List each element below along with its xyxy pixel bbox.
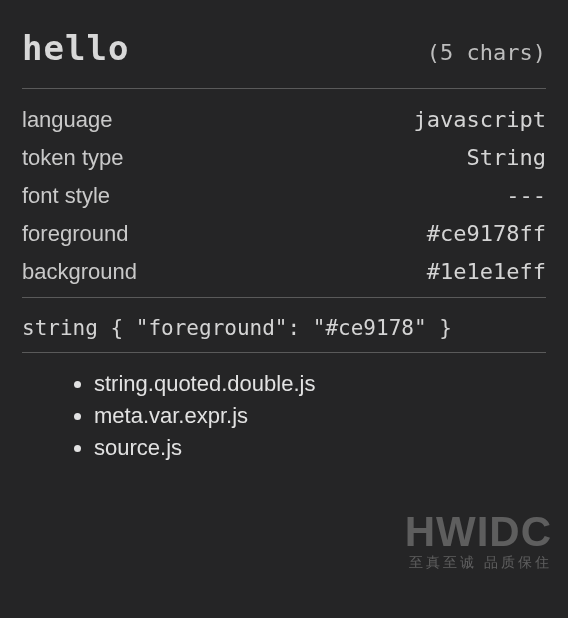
watermark-logo: HWIDC bbox=[405, 508, 552, 556]
theme-rule: string { "foreground": "#ce9178" } bbox=[22, 316, 546, 340]
divider bbox=[22, 352, 546, 353]
token-text: hello bbox=[22, 28, 129, 68]
prop-value: #ce9178ff bbox=[427, 221, 546, 246]
divider bbox=[22, 88, 546, 89]
prop-value: javascript bbox=[414, 107, 546, 132]
prop-row-language: language javascript bbox=[22, 107, 546, 133]
watermark-tagline: 至真至诚 品质保住 bbox=[405, 554, 552, 572]
prop-label: font style bbox=[22, 183, 110, 209]
divider bbox=[22, 297, 546, 298]
prop-value: --- bbox=[506, 183, 546, 208]
prop-row-token-type: token type String bbox=[22, 145, 546, 171]
prop-label: language bbox=[22, 107, 113, 133]
prop-label: background bbox=[22, 259, 137, 285]
properties-table: language javascript token type String fo… bbox=[22, 107, 546, 285]
char-count: (5 chars) bbox=[427, 40, 546, 65]
scope-item: string.quoted.double.js bbox=[94, 371, 546, 397]
token-header: hello (5 chars) bbox=[22, 28, 546, 68]
prop-row-font-style: font style --- bbox=[22, 183, 546, 209]
scope-item: meta.var.expr.js bbox=[94, 403, 546, 429]
prop-label: foreground bbox=[22, 221, 128, 247]
scope-item: source.js bbox=[94, 435, 546, 461]
prop-row-background: background #1e1e1eff bbox=[22, 259, 546, 285]
prop-row-foreground: foreground #ce9178ff bbox=[22, 221, 546, 247]
textmate-scopes: string.quoted.double.js meta.var.expr.js… bbox=[22, 371, 546, 461]
prop-value: String bbox=[467, 145, 546, 170]
prop-value: #1e1e1eff bbox=[427, 259, 546, 284]
prop-label: token type bbox=[22, 145, 124, 171]
watermark: HWIDC 至真至诚 品质保住 bbox=[405, 508, 552, 572]
